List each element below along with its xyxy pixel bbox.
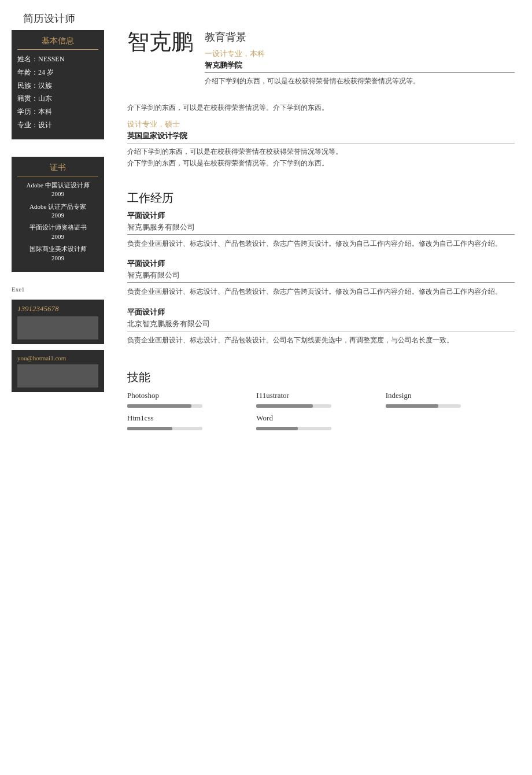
edu-school-0: 智克鹏学院	[205, 60, 515, 73]
work-entry-0: 平面设计师 智克鹏服务有限公司 负责企业画册设计、标志设计、产品包装设计、杂志广…	[127, 211, 515, 249]
skill-bar-fill-1	[256, 404, 313, 408]
edu-desc-1-1: 介绍下学到的东西，可以是在校获得荣誉情在校获得荣誉情况等况等。	[127, 146, 515, 157]
work-section-title: 工作经历	[127, 190, 515, 206]
name-edu-area: 智克鹏 教育背景 一设计专业，本科 智克鹏学院 介绍下学到的东西，可以是在校获得…	[127, 30, 515, 94]
edu-desc-0-1: 介绍下学到的东西，可以是在校获得荣誉情在校获得荣誉情况等况等。	[205, 76, 515, 87]
skill-bar-bg-1	[256, 404, 331, 408]
work-company-2: 北京智克鹏服务有限公司	[127, 319, 515, 331]
cert-item-3: 国际商业美术设计师 2009	[17, 245, 98, 263]
basic-info-education: 学历：本科	[17, 107, 98, 117]
cert-title: 证书	[17, 163, 98, 176]
basic-info-name: 姓名：NESSEN	[17, 54, 98, 64]
work-entry-1: 平面设计师 智克鹏有限公司 负责企业画册设计、标志设计、产品包装设计、杂志广告跨…	[127, 259, 515, 297]
skill-bar-fill-0	[127, 404, 191, 408]
skill-bar-bg-3	[127, 427, 202, 430]
right-content: 智克鹏 教育背景 一设计专业，本科 智克鹏学院 介绍下学到的东西，可以是在校获得…	[116, 30, 532, 430]
edu-degree-1: 设计专业，硕士	[127, 119, 515, 130]
skill-name-1: I11ustrator	[256, 391, 385, 400]
edu-desc-1-2: 介下学到的东西，可以是在校获得荣誉情况等。介下学到的东西。	[127, 158, 515, 169]
email-address: you@hotmai1.com	[17, 355, 66, 361]
skill-bar-bg-4	[256, 427, 331, 430]
basic-info-title: 基本信息	[17, 36, 98, 50]
edu-degree-0: 一设计专业，本科	[205, 49, 515, 59]
email-box: you@hotmai1.com	[12, 350, 104, 392]
page-title: 简历设计师	[23, 13, 75, 24]
skill-bar-bg-0	[127, 404, 202, 408]
work-entry-2: 平面设计师 北京智克鹏服务有限公司 负责企业画册设计、标志设计、产品包装设计。公…	[127, 307, 515, 346]
skill-item-0: Photoshop	[127, 391, 256, 408]
edu-desc-0-2: 介下学到的东西，可以是在校获得荣誉情况等。介下学到的东西。	[127, 102, 515, 113]
skill-name-0: Photoshop	[127, 391, 256, 400]
work-company-1: 智克鹏有限公司	[127, 270, 515, 283]
phone-number: 13912345678	[17, 304, 59, 313]
skill-item-2: Indesign	[386, 391, 515, 408]
work-title-1: 平面设计师	[127, 259, 515, 269]
basic-info-hometown: 籍贯：山东	[17, 94, 98, 104]
cert-item-0: Adobe 中国认证设计师 2009	[17, 181, 98, 199]
basic-info-ethnicity: 民族：汉族	[17, 81, 98, 91]
cert-item-1: Adobe 认证产品专家 2009	[17, 202, 98, 220]
skill-item-4: Word	[256, 414, 385, 430]
edu-section-title: 教育背景	[205, 30, 515, 44]
work-desc-2: 负责企业画册设计、标志设计、产品包装设计。公司名下划线要先选中，再调整宽度，与公…	[127, 334, 515, 346]
skill-name-4: Word	[256, 414, 385, 423]
work-section: 工作经历 平面设计师 智克鹏服务有限公司 负责企业画册设计、标志设计、产品包装设…	[127, 187, 515, 355]
contact-area: Exe1 13912345678 you@hotmai1.com	[12, 283, 116, 392]
skills-section: 技能 Photoshop I11ustrator	[127, 367, 515, 430]
basic-info-major: 专业：设计	[17, 120, 98, 130]
skill-name-2: Indesign	[386, 391, 515, 400]
cert-item-2: 平面设计师资格证书 2009	[17, 223, 98, 241]
edu-header: 教育背景 一设计专业，本科 智克鹏学院 介绍下学到的东西，可以是在校获得荣誉情在…	[205, 30, 515, 94]
work-company-0: 智克鹏服务有限公司	[127, 222, 515, 235]
work-title-0: 平面设计师	[127, 211, 515, 221]
skills-section-title: 技能	[127, 370, 515, 385]
skill-bar-bg-2	[386, 404, 461, 408]
edu-entry-0: 一设计专业，本科 智克鹏学院 介绍下学到的东西，可以是在校获得荣誉情在校获得荣誉…	[205, 49, 515, 87]
left-sidebar: 基本信息 姓名：NESSEN 年龄：24 岁 民族：汉族 籍贯：山东 学历：本科…	[0, 30, 116, 430]
skill-bar-fill-3	[127, 427, 172, 430]
certificates-box: 证书 Adobe 中国认证设计师 2009 Adobe 认证产品专家 2009 …	[12, 157, 104, 272]
name-block: 智克鹏	[127, 30, 193, 54]
skill-bar-fill-4	[256, 427, 298, 430]
work-desc-1: 负责企业画册设计、标志设计、产品包装设计、杂志广告跨页设计。修改为自己工作内容介…	[127, 286, 515, 297]
skill-name-3: Htm1css	[127, 414, 256, 423]
candidate-name: 智克鹏	[127, 30, 193, 54]
work-desc-0: 负责企业画册设计、标志设计、产品包装设计、杂志广告跨页设计。修改为自己工作内容介…	[127, 238, 515, 249]
skill-item-1: I11ustrator	[256, 391, 385, 408]
edu-school-1: 英国皇家设计学院	[127, 131, 515, 143]
phone-box: 13912345678	[12, 300, 104, 344]
excel-label: Exe1	[12, 283, 116, 294]
skill-bar-fill-2	[386, 404, 438, 408]
basic-info-box: 基本信息 姓名：NESSEN 年龄：24 岁 民族：汉族 籍贯：山东 学历：本科…	[12, 30, 104, 139]
resume-page: 简历设计师 基本信息 姓名：NESSEN 年龄：24 岁 民族：汉族 籍贯：山东…	[0, 0, 532, 775]
skills-grid: Photoshop I11ustrator Indesi	[127, 391, 515, 430]
work-title-2: 平面设计师	[127, 307, 515, 318]
edu-entry-1: 设计专业，硕士 英国皇家设计学院 介绍下学到的东西，可以是在校获得荣誉情在校获得…	[127, 119, 515, 168]
basic-info-age: 年龄：24 岁	[17, 68, 98, 78]
skill-item-3: Htm1css	[127, 414, 256, 430]
